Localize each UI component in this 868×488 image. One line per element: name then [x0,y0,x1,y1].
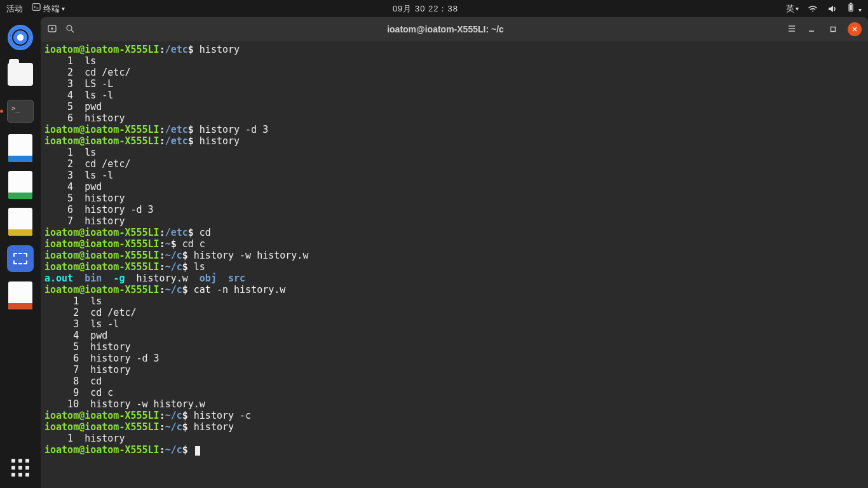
dock-impress[interactable] [5,280,36,311]
close-button[interactable] [848,22,862,36]
search-icon[interactable] [65,24,75,36]
dock-screenshot[interactable] [5,243,36,274]
maximize-button[interactable] [826,22,840,36]
svg-rect-0 [32,4,40,11]
dock-calc[interactable] [5,170,36,200]
ime-indicator[interactable]: 英 [786,3,799,15]
dock-draw[interactable] [5,207,36,237]
dock-writer[interactable] [5,133,36,163]
window-titlebar: ioatom@ioatom-X555LI: ~/c [41,17,868,41]
dock-chromium[interactable] [5,22,36,53]
minimize-button[interactable] [804,22,818,36]
svg-point-5 [67,25,72,30]
wifi-icon[interactable] [808,4,818,14]
gnome-topbar: 活动 终端 09月 30 22：38 英 [0,0,868,17]
window-title: ioatom@ioatom-X555LI: ~/c [104,24,787,34]
dock: >_ [0,17,41,488]
activities-button[interactable]: 活动 [6,3,23,15]
svg-rect-2 [850,3,852,4]
show-applications[interactable] [5,452,36,483]
app-menu[interactable]: 终端 [32,3,65,15]
svg-rect-3 [850,5,853,11]
terminal-output[interactable]: ioatom@ioatom-X555LI:/etc$ history 1 ls … [41,41,868,488]
battery-indicator[interactable] [846,3,862,15]
app-menu-label: 终端 [43,4,60,13]
volume-icon[interactable] [827,4,837,14]
terminal-window: ioatom@ioatom-X555LI: ~/c ioatom@ioatom-… [41,17,868,488]
new-tab-button[interactable] [47,24,57,36]
clock[interactable]: 09月 30 22：38 [65,3,785,15]
terminal-icon [32,3,41,11]
dock-files[interactable] [5,59,36,90]
menu-button[interactable] [787,24,797,36]
dock-terminal[interactable]: >_ [5,96,36,126]
svg-rect-6 [831,27,836,32]
battery-icon [846,3,856,13]
